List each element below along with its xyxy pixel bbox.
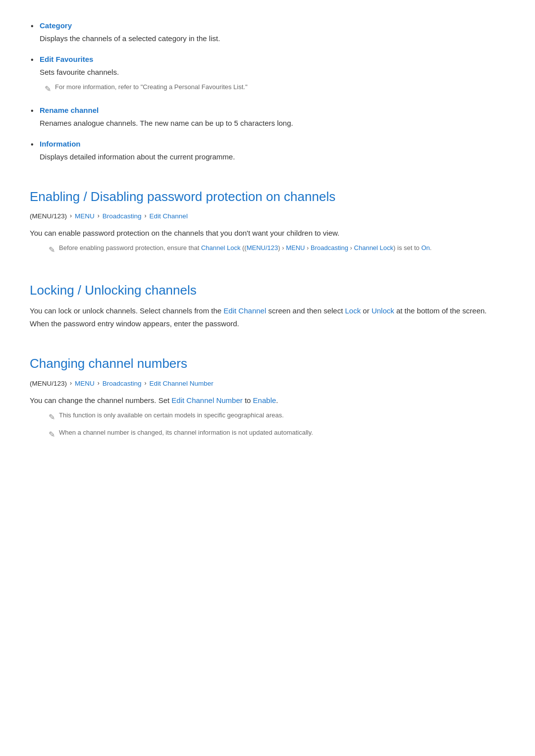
lock-link[interactable]: Lock — [345, 306, 361, 315]
category-desc: Displays the channels of a selected cate… — [40, 33, 505, 45]
information-desc: Displays detailed information about the … — [40, 151, 505, 163]
menu123-link-note[interactable]: MENU/123 — [247, 244, 278, 252]
breadcrumb-menu-2[interactable]: MENU — [75, 378, 95, 389]
information-title[interactable]: Information — [40, 140, 81, 148]
section-enabling-disabling: Enabling / Disabling password protection… — [30, 187, 505, 256]
breadcrumb-enabling: (MENU/123) › MENU › Broadcasting › Edit … — [30, 211, 505, 222]
on-link[interactable]: On — [421, 244, 429, 252]
chevron-icon-1: › — [70, 211, 72, 221]
changing-body: You can change the channel numbers. Set … — [30, 394, 505, 407]
chevron-icon-note-3: › — [350, 244, 352, 252]
pencil-icon-4: ✎ — [49, 428, 55, 441]
enabling-note: ✎ Before enabling password protection, e… — [44, 243, 505, 256]
chevron-icon-4: › — [70, 379, 72, 388]
enable-link[interactable]: Enable — [253, 396, 276, 404]
breadcrumb-menu123-2: (MENU/123) — [30, 378, 67, 389]
enabling-body: You can enable password protection on th… — [30, 227, 505, 240]
chevron-icon-note-1: › — [282, 244, 284, 252]
chevron-icon-6: › — [145, 379, 147, 388]
pencil-icon-2: ✎ — [49, 244, 55, 256]
broadcasting-link-note[interactable]: Broadcasting — [311, 244, 348, 252]
section-enabling-disabling-title: Enabling / Disabling password protection… — [30, 187, 505, 207]
channel-lock-link-2[interactable]: Channel Lock — [354, 244, 394, 252]
pencil-icon-3: ✎ — [49, 411, 55, 424]
changing-note-text-2: When a channel number is changed, its ch… — [59, 428, 313, 438]
section-locking-unlocking-title: Locking / Unlocking channels — [30, 280, 505, 301]
rename-channel-desc: Renames analogue channels. The new name … — [40, 117, 505, 129]
breadcrumb-broadcasting-1[interactable]: Broadcasting — [103, 211, 142, 222]
channel-lock-link-1[interactable]: Channel Lock — [201, 244, 241, 252]
chevron-icon-3: › — [145, 211, 147, 221]
edit-channel-number-link[interactable]: Edit Channel Number — [171, 396, 242, 404]
list-item-rename-channel: Rename channel Renames analogue channels… — [40, 104, 505, 129]
section-locking-unlocking: Locking / Unlocking channels You can loc… — [30, 280, 505, 330]
chevron-icon-5: › — [98, 379, 100, 388]
locking-body: You can lock or unlock channels. Select … — [30, 304, 505, 330]
changing-note-2: ✎ When a channel number is changed, its … — [44, 428, 505, 441]
section-changing-channel-numbers-title: Changing channel numbers — [30, 353, 505, 374]
chevron-icon-2: › — [98, 211, 100, 221]
breadcrumb-menu123-1: (MENU/123) — [30, 211, 67, 222]
list-item-edit-favourites: Edit Favourites Sets favourite channels.… — [40, 53, 505, 96]
edit-channel-link[interactable]: Edit Channel — [223, 306, 266, 315]
list-item-category: Category Displays the channels of a sele… — [40, 20, 505, 45]
chevron-icon-note-2: › — [307, 244, 309, 252]
edit-favourites-note-text: For more information, refer to "Creating… — [55, 82, 248, 92]
menu-link-note[interactable]: MENU — [286, 244, 305, 252]
pencil-icon: ✎ — [45, 83, 51, 96]
unlock-link[interactable]: Unlock — [372, 306, 394, 315]
enabling-note-text: Before enabling password protection, ens… — [59, 243, 431, 253]
breadcrumb-changing: (MENU/123) › MENU › Broadcasting › Edit … — [30, 378, 505, 389]
breadcrumb-edit-channel-1[interactable]: Edit Channel — [150, 211, 188, 222]
breadcrumb-edit-channel-number[interactable]: Edit Channel Number — [150, 378, 214, 389]
breadcrumb-broadcasting-2[interactable]: Broadcasting — [103, 378, 142, 389]
breadcrumb-menu-1[interactable]: MENU — [75, 211, 95, 222]
edit-favourites-desc: Sets favourite channels. — [40, 66, 505, 78]
list-item-information: Information Displays detailed informatio… — [40, 138, 505, 163]
edit-favourites-title[interactable]: Edit Favourites — [40, 55, 93, 63]
rename-channel-title[interactable]: Rename channel — [40, 106, 99, 114]
section-changing-channel-numbers: Changing channel numbers (MENU/123) › ME… — [30, 353, 505, 441]
category-title[interactable]: Category — [40, 21, 72, 30]
feature-list: Category Displays the channels of a sele… — [30, 20, 505, 163]
edit-favourites-note: ✎ For more information, refer to "Creati… — [40, 82, 505, 96]
changing-note-text-1: This function is only available on certa… — [59, 410, 284, 420]
changing-note-1: ✎ This function is only available on cer… — [44, 410, 505, 424]
